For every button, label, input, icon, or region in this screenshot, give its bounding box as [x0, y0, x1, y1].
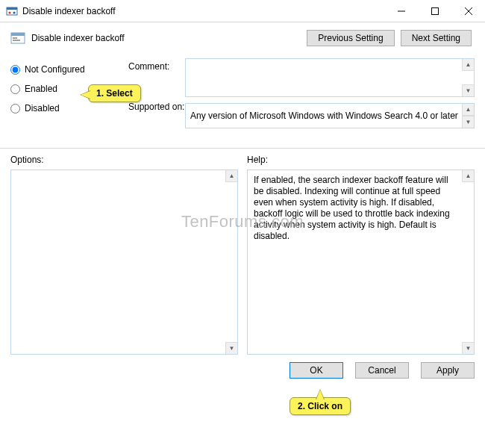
help-text: If enabled, the search indexer backoff f…	[254, 175, 450, 241]
svg-rect-5	[431, 7, 438, 14]
svg-rect-1	[7, 7, 17, 10]
callout-select: 1. Select	[88, 84, 141, 102]
next-setting-button[interactable]: Next Setting	[401, 30, 472, 46]
previous-setting-button[interactable]: Previous Setting	[307, 30, 394, 46]
options-label: Options:	[10, 155, 238, 169]
callout-click: 2. Click on	[290, 397, 351, 415]
window-title: Disable indexer backoff	[22, 6, 384, 16]
options-box[interactable]: ▲ ▼	[10, 169, 238, 355]
radio-disabled-label: Disabled	[25, 103, 60, 113]
apply-button[interactable]: Apply	[421, 362, 475, 379]
app-icon	[6, 5, 18, 17]
radio-enabled-input[interactable]	[10, 84, 20, 94]
comment-textbox[interactable]: ▲ ▼	[185, 58, 475, 97]
close-button[interactable]	[451, 0, 485, 22]
ok-button[interactable]: OK	[290, 362, 343, 379]
radio-enabled-label: Enabled	[25, 84, 57, 94]
scroll-up-icon[interactable]: ▲	[225, 170, 237, 182]
policy-icon	[10, 32, 25, 44]
scroll-down-icon[interactable]: ▼	[225, 342, 237, 354]
radio-not-configured-input[interactable]	[10, 65, 20, 75]
scroll-up-icon[interactable]: ▲	[462, 59, 474, 71]
help-column: Help: If enabled, the search indexer bac…	[247, 155, 475, 355]
header-row: Disable indexer backoff Previous Setting…	[0, 22, 485, 51]
scroll-down-icon[interactable]: ▼	[462, 342, 474, 354]
svg-point-2	[8, 11, 10, 13]
svg-point-3	[13, 11, 15, 13]
config-section: Not Configured Enabled Disabled Comment:…	[0, 51, 485, 143]
details-section: Options: ▲ ▼ Help: If enabled, the searc…	[0, 152, 485, 355]
scroll-down-icon[interactable]: ▼	[462, 116, 474, 128]
help-label: Help:	[247, 155, 475, 169]
help-box: If enabled, the search indexer backoff f…	[247, 169, 475, 355]
svg-rect-10	[13, 37, 17, 39]
supported-label: Supported on:	[128, 102, 185, 142]
policy-title: Disable indexer backoff	[31, 33, 307, 43]
svg-rect-11	[13, 40, 20, 41]
cancel-button[interactable]: Cancel	[355, 362, 409, 379]
radio-disabled-input[interactable]	[10, 104, 20, 113]
scroll-up-icon[interactable]: ▲	[462, 104, 474, 116]
radio-not-configured-label: Not Configured	[25, 64, 85, 75]
dialog-buttons: OK Cancel Apply	[0, 355, 485, 388]
svg-rect-9	[11, 33, 25, 36]
field-column: ▲ ▼ Any version of Microsoft Windows wit…	[185, 54, 475, 142]
scroll-up-icon[interactable]: ▲	[462, 170, 474, 182]
maximize-button[interactable]	[418, 0, 451, 22]
minimize-button[interactable]	[384, 0, 418, 22]
supported-value: Any version of Microsoft Windows with Wi…	[190, 111, 458, 121]
radio-not-configured[interactable]: Not Configured	[10, 60, 128, 79]
scroll-down-icon[interactable]: ▼	[462, 84, 474, 96]
divider	[0, 148, 485, 149]
options-column: Options: ▲ ▼	[10, 155, 238, 355]
titlebar: Disable indexer backoff	[0, 0, 485, 22]
supported-textbox: Any version of Microsoft Windows with Wi…	[185, 103, 475, 128]
